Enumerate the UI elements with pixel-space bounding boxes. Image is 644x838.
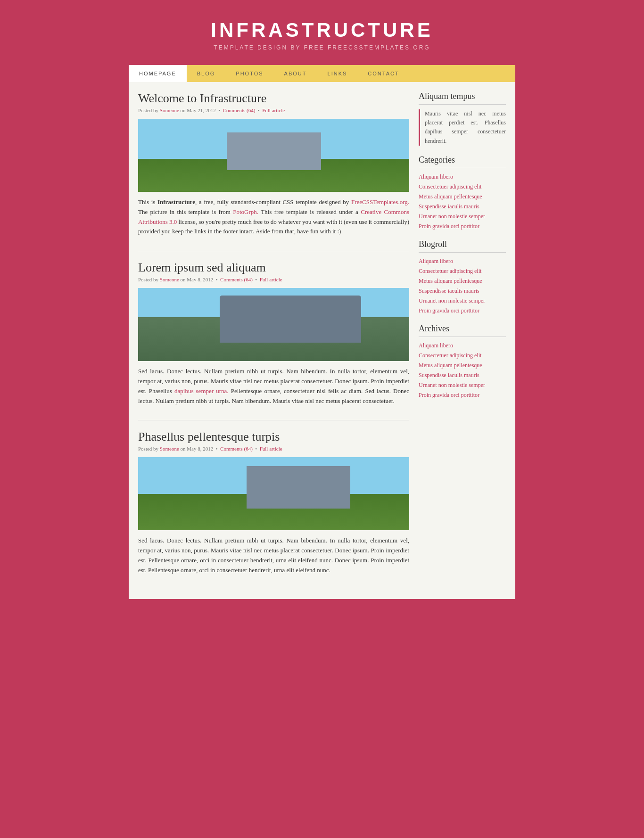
post-2-meta: Posted by Someone on May 8, 2012 • Comme… — [138, 277, 409, 282]
site-subtitle: TEMPLATE DESIGN BY FREE FREECSSTEMPLATES… — [9, 44, 635, 51]
content-area: Welcome to Infrastructure Posted by Some… — [129, 82, 515, 599]
list-item: Consectetuer adipiscing elit — [419, 183, 506, 190]
blogroll-link-6[interactable]: Proin gravida orci porttitor — [419, 307, 479, 314]
category-link-5[interactable]: Urnanet non molestie semper — [419, 213, 485, 220]
sidebar-archives-section: Archives Aliquam libero Consectetuer adi… — [419, 324, 506, 399]
main-content: Welcome to Infrastructure Posted by Some… — [138, 91, 409, 590]
post-3-full-article[interactable]: Full article — [260, 446, 282, 452]
sidebar-categories-list: Aliquam libero Consectetuer adipiscing e… — [419, 173, 506, 230]
post-divider-1 — [138, 251, 409, 251]
category-link-2[interactable]: Consectetuer adipiscing elit — [419, 183, 481, 190]
post-3-meta: Posted by Someone on May 8, 2012 • Comme… — [138, 446, 409, 452]
freecsstemplates-link[interactable]: FreeCSSTemplates.org. — [351, 198, 409, 205]
archive-link-1[interactable]: Aliquam libero — [419, 342, 453, 349]
list-item: Urnanet non molestie semper — [419, 213, 506, 220]
sidebar-blogroll-section: Blogroll Aliquam libero Consectetuer adi… — [419, 239, 506, 314]
nav-links[interactable]: LINKS — [317, 65, 358, 82]
post-3-text: Sed lacus. Donec lectus. Nullam pretium … — [138, 536, 409, 575]
post-1-image — [138, 119, 409, 192]
nav-contact[interactable]: CONTACT — [357, 65, 409, 82]
list-item: Proin gravida orci porttitor — [419, 307, 506, 314]
list-item: Metus aliquam pellentesque — [419, 277, 506, 285]
blogroll-link-4[interactable]: Suspendisse iaculis mauris — [419, 288, 479, 294]
post-1-title: Welcome to Infrastructure — [138, 91, 409, 106]
post-1-comments[interactable]: Comments (64) — [223, 107, 256, 113]
post-2-full-article[interactable]: Full article — [260, 277, 282, 282]
sidebar-blogroll-title: Blogroll — [419, 239, 506, 253]
post-1-meta: Posted by Someone on May 21, 2012 • Comm… — [138, 107, 409, 113]
post-3-author[interactable]: Someone — [160, 446, 179, 452]
category-link-6[interactable]: Proin gravida orci porttitor — [419, 223, 479, 230]
site-header: INFRASTRUCTURE TEMPLATE DESIGN BY FREE F… — [0, 0, 644, 65]
list-item: Metus aliquam pellentesque — [419, 193, 506, 200]
nav-photos[interactable]: PHOTOS — [225, 65, 273, 82]
sidebar-archives-title: Archives — [419, 324, 506, 337]
list-item: Metus aliquam pellentesque — [419, 361, 506, 369]
blogroll-link-3[interactable]: Metus aliquam pellentesque — [419, 278, 482, 284]
main-nav: HOMEPAGE BLOG PHOTOS ABOUT LINKS CONTACT — [129, 65, 515, 82]
post-1: Welcome to Infrastructure Posted by Some… — [138, 91, 409, 237]
post-2: Lorem ipsum sed aliquam Posted by Someon… — [138, 261, 409, 406]
post-2-author[interactable]: Someone — [160, 277, 179, 282]
site-title: INFRASTRUCTURE — [9, 19, 635, 41]
category-link-3[interactable]: Metus aliquam pellentesque — [419, 193, 482, 200]
post-1-text: This is Infrastructure, a free, fully st… — [138, 197, 409, 237]
nav-homepage[interactable]: HOMEPAGE — [129, 65, 187, 82]
sidebar-categories-title: Categories — [419, 155, 506, 168]
blogroll-link-1[interactable]: Aliquam libero — [419, 258, 453, 264]
archive-link-6[interactable]: Proin gravida orci porttitor — [419, 392, 479, 398]
list-item: Suspendisse iaculis mauris — [419, 287, 506, 295]
list-item: Aliquam libero — [419, 257, 506, 265]
page-wrapper: HOMEPAGE BLOG PHOTOS ABOUT LINKS CONTACT… — [129, 65, 515, 599]
post-3-comments[interactable]: Comments (64) — [220, 446, 253, 452]
list-item: Proin gravida orci porttitor — [419, 391, 506, 399]
post-2-comments[interactable]: Comments (64) — [220, 277, 253, 282]
blogroll-link-2[interactable]: Consectetuer adipiscing elit — [419, 268, 481, 274]
dapibus-link[interactable]: dapibus semper urna. — [174, 387, 229, 394]
sidebar-quote-section: Aliquam tempus Mauris vitae nisl nec met… — [419, 91, 506, 146]
list-item: Suspendisse iaculis mauris — [419, 371, 506, 379]
list-item: Suspendisse iaculis mauris — [419, 203, 506, 210]
list-item: Proin gravida orci porttitor — [419, 222, 506, 230]
post-1-author[interactable]: Someone — [160, 107, 179, 113]
fotograph-link[interactable]: FotoGrph. — [233, 208, 258, 215]
post-2-text: Sed lacus. Donec lectus. Nullam pretium … — [138, 367, 409, 406]
list-item: Urnanet non molestie semper — [419, 297, 506, 304]
sidebar-quote-title: Aliquam tempus — [419, 91, 506, 105]
sidebar-blogroll-list: Aliquam libero Consectetuer adipiscing e… — [419, 257, 506, 314]
cc-license-link[interactable]: Creative Commons Attributions 3.0 — [138, 208, 409, 225]
post-1-full-article[interactable]: Full article — [262, 107, 285, 113]
post-2-title: Lorem ipsum sed aliquam — [138, 261, 409, 275]
category-link-1[interactable]: Aliquam libero — [419, 173, 453, 180]
post-2-image — [138, 288, 409, 361]
blogroll-link-5[interactable]: Urnanet non molestie semper — [419, 297, 485, 304]
list-item: Aliquam libero — [419, 342, 506, 349]
post-3-image — [138, 457, 409, 530]
sidebar-quote-text: Mauris vitae nisl nec metus placerat per… — [419, 109, 506, 146]
sidebar-categories-section: Categories Aliquam libero Consectetuer a… — [419, 155, 506, 230]
archive-link-2[interactable]: Consectetuer adipiscing elit — [419, 352, 481, 359]
list-item: Consectetuer adipiscing elit — [419, 267, 506, 275]
post-3-title: Phasellus pellentesque turpis — [138, 430, 409, 444]
nav-blog[interactable]: BLOG — [187, 65, 226, 82]
post-3: Phasellus pellentesque turpis Posted by … — [138, 430, 409, 575]
list-item: Consectetuer adipiscing elit — [419, 352, 506, 359]
nav-about[interactable]: ABOUT — [274, 65, 317, 82]
sidebar: Aliquam tempus Mauris vitae nisl nec met… — [419, 91, 506, 590]
post-divider-2 — [138, 420, 409, 420]
archive-link-4[interactable]: Suspendisse iaculis mauris — [419, 372, 479, 378]
category-link-4[interactable]: Suspendisse iaculis mauris — [419, 203, 479, 210]
list-item: Urnanet non molestie semper — [419, 381, 506, 389]
archive-link-5[interactable]: Urnanet non molestie semper — [419, 382, 485, 388]
sidebar-archives-list: Aliquam libero Consectetuer adipiscing e… — [419, 342, 506, 399]
list-item: Aliquam libero — [419, 173, 506, 181]
archive-link-3[interactable]: Metus aliquam pellentesque — [419, 362, 482, 369]
